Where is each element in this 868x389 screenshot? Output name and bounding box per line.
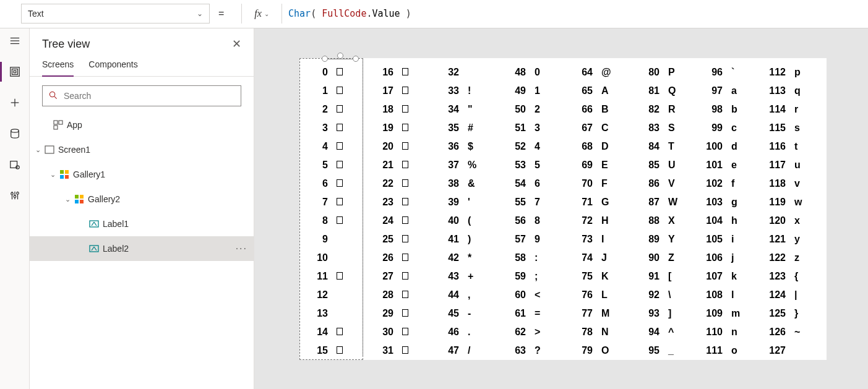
ascii-cell: 126~ — [765, 323, 809, 341]
ascii-code: 4 — [307, 141, 328, 152]
formula-bar: Text ⌄ = fx ⌄ Char ( FullCode . Value ) — [0, 0, 868, 28]
ascii-char: Z — [668, 252, 683, 263]
ascii-char: q — [794, 85, 809, 96]
ascii-code: 77 — [572, 308, 593, 319]
svg-point-15 — [14, 195, 16, 198]
design-surface[interactable]: 0123456789101112131415161718192021222324… — [299, 58, 827, 360]
ascii-code: 99 — [702, 122, 723, 134]
ascii-char: r — [794, 104, 809, 115]
ascii-char: y — [794, 234, 809, 245]
ascii-char — [337, 215, 351, 226]
ascii-code: 113 — [765, 85, 786, 96]
ascii-code: 9 — [307, 234, 328, 245]
ascii-char: z — [794, 252, 809, 263]
search-input[interactable] — [42, 85, 241, 106]
ascii-code: 96 — [702, 67, 723, 78]
ascii-char — [337, 327, 351, 338]
chevron-down-icon[interactable]: ⌄ — [33, 146, 42, 154]
tree-node-label1[interactable]: Label1 — [30, 212, 254, 236]
ascii-cell: 67C — [572, 119, 616, 137]
ascii-cell: 3 — [307, 119, 351, 137]
ascii-cell: 122z — [765, 249, 809, 267]
ascii-code: 76 — [572, 289, 593, 301]
tree-node-gallery2[interactable]: ⌄ Gallery2 — [30, 187, 254, 212]
ascii-cell: 123{ — [765, 267, 809, 286]
tree-list: App ⌄ Screen1 ⌄ Gallery1 ⌄ Gallery2 — [30, 113, 254, 261]
ascii-cell: 40( — [438, 212, 483, 230]
ascii-cell: 46. — [438, 323, 483, 341]
ascii-char: ; — [535, 271, 549, 282]
formula-function: Char — [288, 8, 311, 19]
ascii-cell: 69E — [572, 156, 616, 174]
ascii-cell: 31 — [372, 341, 417, 360]
ascii-cell: 491 — [505, 82, 549, 100]
ascii-code: 56 — [505, 215, 526, 226]
insert-icon[interactable] — [0, 90, 30, 115]
ascii-code: 63 — [505, 345, 526, 356]
ascii-cell: 60< — [505, 286, 549, 304]
chevron-down-icon[interactable]: ⌄ — [63, 195, 72, 203]
tree-node-label: App — [67, 120, 82, 130]
chevron-down-icon[interactable]: ⌄ — [48, 171, 57, 179]
svg-line-35 — [92, 247, 94, 250]
svg-rect-34 — [90, 246, 98, 252]
ascii-cell: 557 — [505, 193, 549, 212]
ascii-code: 3 — [307, 122, 328, 134]
ascii-column: 64@65A66B67C68D69E70F71G72H73I74J75K76L7… — [572, 63, 616, 360]
ascii-char: B — [601, 104, 616, 115]
ascii-cell: 480 — [505, 63, 549, 82]
ascii-cell: 4 — [307, 137, 351, 156]
ascii-cell: 88X — [638, 212, 683, 230]
ascii-char: n — [731, 327, 746, 338]
tree-node-app[interactable]: App — [30, 113, 254, 137]
ascii-char: ] — [668, 308, 683, 319]
ascii-code: 10 — [307, 252, 328, 263]
fx-button[interactable]: fx ⌄ — [241, 4, 282, 24]
ascii-char: \ — [668, 289, 683, 301]
ascii-char — [337, 141, 351, 152]
hamburger-icon[interactable] — [0, 28, 30, 53]
tools-icon[interactable] — [0, 183, 30, 208]
ascii-char: L — [601, 289, 616, 301]
ascii-code: 49 — [505, 85, 526, 96]
svg-rect-31 — [90, 221, 98, 227]
ascii-column: 80P81Q82R83S84T85U86V87W88X89Y90Z91[92\9… — [638, 63, 683, 360]
ascii-cell: 17 — [372, 82, 417, 100]
ascii-char — [337, 345, 351, 356]
tree-node-screen1[interactable]: ⌄ Screen1 — [30, 137, 254, 162]
left-rail — [0, 28, 30, 389]
data-icon[interactable] — [0, 121, 30, 146]
ascii-cell: 74J — [572, 249, 616, 267]
ascii-cell: 18 — [372, 100, 417, 119]
ascii-char: S — [668, 122, 683, 134]
canvas-area[interactable]: 0123456789101112131415161718192021222324… — [254, 28, 868, 389]
ascii-char: U — [668, 160, 683, 171]
ascii-cell: 63? — [505, 341, 549, 360]
ascii-cell: 113q — [765, 82, 809, 100]
ascii-code: 91 — [638, 271, 660, 282]
ascii-code: 70 — [572, 178, 593, 189]
tab-screens[interactable]: Screens — [42, 59, 74, 77]
property-dropdown[interactable]: Text ⌄ — [21, 4, 210, 24]
ascii-cell: 29 — [372, 304, 417, 323]
ascii-cell: 109m — [702, 304, 746, 323]
ascii-char: ^ — [668, 327, 683, 338]
tree-node-label2[interactable]: Label2 ··· — [30, 236, 254, 261]
tab-components[interactable]: Components — [88, 59, 137, 76]
media-icon[interactable] — [0, 152, 30, 177]
close-icon[interactable]: ✕ — [232, 37, 241, 51]
formula-input[interactable]: Char ( FullCode . Value ) — [288, 4, 411, 24]
ascii-char: E — [601, 160, 616, 171]
ascii-code: 24 — [372, 215, 393, 226]
tree-node-gallery1[interactable]: ⌄ Gallery1 — [30, 162, 254, 187]
more-icon[interactable]: ··· — [236, 243, 247, 254]
tree-view-icon[interactable] — [0, 59, 30, 84]
ascii-code: 27 — [372, 271, 393, 282]
fx-label: fx — [254, 8, 262, 19]
ascii-code: 44 — [438, 289, 459, 301]
ascii-code: 39 — [438, 197, 459, 208]
search-field[interactable] — [62, 90, 234, 101]
ascii-char: , — [468, 289, 483, 301]
ascii-code: 74 — [572, 252, 593, 263]
ascii-cell: 90Z — [638, 249, 683, 267]
